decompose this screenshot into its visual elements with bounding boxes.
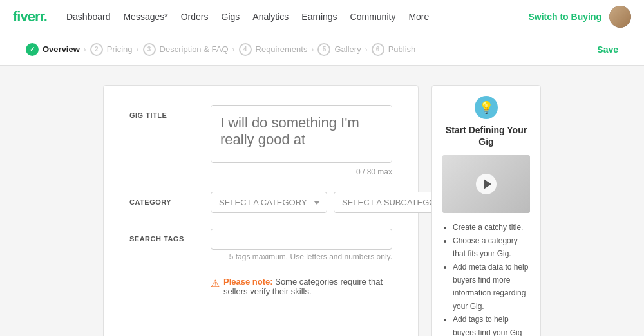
category-field: SELECT A CATEGORY SELECT A SUBCATEGORY bbox=[211, 192, 467, 213]
logo: fiverr. bbox=[13, 8, 47, 25]
step-requirements[interactable]: 4 Requirements bbox=[239, 43, 308, 56]
nav-right: Switch to Buying bbox=[528, 6, 631, 28]
search-tags-field: 5 tags maximum. Use letters and numbers … bbox=[211, 229, 392, 261]
category-row: CATEGORY SELECT A CATEGORY SELECT A SUBC… bbox=[129, 192, 392, 213]
gig-title-input[interactable] bbox=[211, 105, 392, 163]
category-select[interactable]: SELECT A CATEGORY bbox=[211, 192, 327, 213]
step-label-overview: Overview bbox=[43, 44, 80, 54]
step-num-2: 2 bbox=[90, 43, 103, 56]
step-save-button[interactable]: Save bbox=[597, 44, 618, 55]
note-row: ⚠ Please note: Some categories require t… bbox=[211, 277, 392, 296]
step-num-3: 3 bbox=[143, 43, 156, 56]
category-label: CATEGORY bbox=[129, 192, 200, 213]
step-nav: ✓ Overview › 2 Pricing › 3 Description &… bbox=[0, 33, 644, 66]
step-sep-1: › bbox=[84, 45, 86, 54]
tip-2: Choose a category that fits your Gig. bbox=[453, 234, 530, 261]
step-overview[interactable]: ✓ Overview bbox=[26, 43, 80, 56]
note-icon: ⚠ bbox=[211, 277, 220, 290]
video-thumbnail[interactable] bbox=[442, 155, 530, 213]
nav-links: Dashboard Messages* Orders Gigs Analytic… bbox=[66, 9, 528, 24]
nav-messages[interactable]: Messages* bbox=[123, 9, 167, 24]
tip-1: Create a catchy title. bbox=[453, 221, 530, 234]
step-description[interactable]: 3 Description & FAQ bbox=[143, 43, 229, 56]
nav-analytics[interactable]: Analytics bbox=[252, 9, 289, 24]
lightbulb-icon: 💡 bbox=[475, 96, 498, 119]
tip-4: Add tags to help buyers find your Gig wh… bbox=[453, 313, 530, 336]
note-label: Please note: bbox=[223, 277, 273, 286]
step-num-1: ✓ bbox=[26, 43, 39, 56]
search-tags-label: SEARCH TAGS bbox=[129, 229, 200, 261]
step-sep-2: › bbox=[137, 45, 139, 54]
step-label-publish: Publish bbox=[388, 44, 416, 54]
step-label-description: Description & FAQ bbox=[160, 44, 229, 54]
avatar-image bbox=[609, 6, 631, 28]
info-tips-list: Create a catchy title. Choose a category… bbox=[442, 221, 530, 336]
search-tags-row: SEARCH TAGS 5 tags maximum. Use letters … bbox=[129, 229, 392, 261]
step-label-pricing: Pricing bbox=[107, 44, 133, 54]
search-tags-input[interactable] bbox=[211, 229, 392, 250]
char-count: 0 / 80 max bbox=[211, 167, 392, 176]
nav-more[interactable]: More bbox=[408, 9, 429, 24]
nav-orders[interactable]: Orders bbox=[181, 9, 209, 24]
gig-title-row: GIG TITLE 0 / 80 max bbox=[129, 105, 392, 176]
nav-earnings[interactable]: Earnings bbox=[301, 9, 337, 24]
step-label-gallery: Gallery bbox=[334, 44, 361, 54]
step-pricing[interactable]: 2 Pricing bbox=[90, 43, 133, 56]
step-publish[interactable]: 6 Publish bbox=[372, 43, 416, 56]
tags-hint: 5 tags maximum. Use letters and numbers … bbox=[211, 252, 392, 261]
tip-3: Add meta data to help buyers find more i… bbox=[453, 261, 530, 313]
step-sep-4: › bbox=[311, 45, 314, 54]
play-icon bbox=[484, 179, 491, 189]
avatar[interactable] bbox=[609, 6, 631, 28]
nav-community[interactable]: Community bbox=[350, 9, 396, 24]
step-sep-5: › bbox=[365, 45, 368, 54]
main-content: GIG TITLE 0 / 80 max CATEGORY SELECT A C… bbox=[0, 66, 644, 336]
info-card: 💡 Start Defining Your Gig Create a catch… bbox=[431, 85, 541, 336]
step-num-5: 5 bbox=[317, 43, 330, 56]
nav-dashboard[interactable]: Dashboard bbox=[66, 9, 111, 24]
form-card: GIG TITLE 0 / 80 max CATEGORY SELECT A C… bbox=[103, 85, 419, 336]
steps: ✓ Overview › 2 Pricing › 3 Description &… bbox=[26, 43, 597, 56]
step-num-4: 4 bbox=[239, 43, 252, 56]
step-gallery[interactable]: 5 Gallery bbox=[317, 43, 361, 56]
step-label-requirements: Requirements bbox=[256, 44, 308, 54]
step-sep-3: › bbox=[232, 45, 235, 54]
info-card-title: Start Defining Your Gig bbox=[442, 124, 530, 147]
note-text: Please note: Some categories require tha… bbox=[223, 277, 392, 296]
switch-to-buying-button[interactable]: Switch to Buying bbox=[528, 12, 601, 22]
step-num-6: 6 bbox=[372, 43, 384, 56]
nav-gigs[interactable]: Gigs bbox=[222, 9, 240, 24]
info-card-header: 💡 Start Defining Your Gig bbox=[442, 96, 530, 147]
top-nav: fiverr. Dashboard Messages* Orders Gigs … bbox=[0, 0, 644, 33]
gig-title-field: 0 / 80 max bbox=[211, 105, 392, 176]
gig-title-label: GIG TITLE bbox=[129, 105, 200, 176]
category-selects: SELECT A CATEGORY SELECT A SUBCATEGORY bbox=[211, 192, 467, 213]
